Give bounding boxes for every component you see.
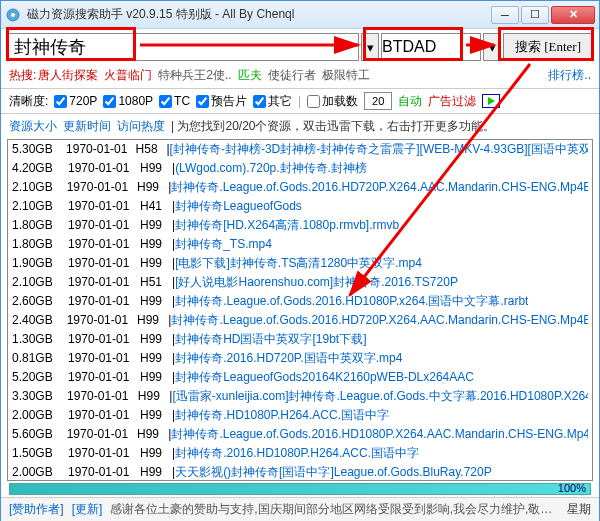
result-item[interactable]: 1.30GB1970-01-01H99| 封神传奇HD国语中英双字[19bt下载… [8, 330, 592, 349]
result-item[interactable]: 2.00GB1970-01-01H99| 天天影视()封神传奇[国语中字]Lea… [8, 463, 592, 481]
result-summary: | 为您找到20/20个资源，双击迅雷下载，右击打开更多功能。 [171, 118, 495, 135]
close-button[interactable]: ✕ [551, 6, 595, 24]
hot-item[interactable]: 极限特工 [322, 68, 370, 82]
titlebar: 磁力资源搜索助手 v20.9.15 特别版 - All By Chenql ─ … [1, 1, 599, 29]
result-item[interactable]: 2.60GB1970-01-01H99| 封神传奇.League.of.Gods… [8, 292, 592, 311]
results-list[interactable]: 5.30GB1970-01-01H58| [封神传奇-封神榜-3D封神榜-封神传… [7, 139, 593, 481]
search-input[interactable] [7, 33, 359, 61]
history-dropdown[interactable]: ▾ [361, 33, 379, 61]
result-item[interactable]: 2.40GB1970-01-01H99| 封神传奇.League.of.Gods… [8, 311, 592, 330]
sort-time[interactable]: 更新时间 [63, 118, 111, 135]
donate-link[interactable]: [赞助作者] [9, 501, 64, 518]
update-link[interactable]: [更新] [72, 501, 103, 518]
sort-heat[interactable]: 访问热度 [117, 118, 165, 135]
footer-msg: 感谢各位土豪的赞助与支持,国庆期间部分地区网络受限受到影响,我会尽力维护,敬请谅… [110, 501, 559, 518]
filter-bar: 清晰度: 720P 1080P TC 预告片 其它 | 加载数 自动 广告过滤 [1, 88, 599, 114]
result-item[interactable]: 1.90GB1970-01-01H99| [电影下载]封神传奇.TS高清1280… [8, 254, 592, 273]
hot-keywords: 热搜: 唐人街探案火普临门特种兵王2使..匹夫使徒行者极限特工 排行榜.. [1, 65, 599, 88]
result-item[interactable]: 5.60GB1970-01-01H99| 封神传奇.League.of.Gods… [8, 425, 592, 444]
ranking-link[interactable]: 排行榜.. [548, 67, 591, 84]
result-item[interactable]: 3.30GB1970-01-01H99| [迅雷家-xunleijia.com]… [8, 387, 592, 406]
result-item[interactable]: 1.80GB1970-01-01H99| 封神传奇[HD.X264高清.1080… [8, 216, 592, 235]
result-item[interactable]: 1.50GB1970-01-01H99| 封神传奇.2016.HD1080P.H… [8, 444, 592, 463]
result-item[interactable]: 1.80GB1970-01-01H99| 封神传奇_TS.mp4 [8, 235, 592, 254]
result-item[interactable]: 2.10GB1970-01-01H41| 封神传奇LeagueofGods [8, 197, 592, 216]
play-icon[interactable] [482, 94, 500, 108]
chk-720p[interactable] [54, 95, 67, 108]
adfilter-label[interactable]: 广告过滤 [428, 93, 476, 110]
sort-size[interactable]: 资源大小 [9, 118, 57, 135]
progress-bar: 100% [9, 483, 591, 495]
engine-select[interactable] [381, 33, 481, 61]
footer-date: 星期 [567, 501, 591, 518]
result-item[interactable]: 5.30GB1970-01-01H58| [封神传奇-封神榜-3D封神榜-封神传… [8, 140, 592, 159]
chk-other[interactable] [253, 95, 266, 108]
hot-item[interactable]: 唐人街探案 [38, 68, 98, 82]
load-count-input[interactable] [364, 92, 392, 110]
result-item[interactable]: 4.20GB1970-01-01H99| (LWgod.com).720p.封神… [8, 159, 592, 178]
window-title: 磁力资源搜索助手 v20.9.15 特别版 - All By Chenql [27, 6, 491, 23]
hot-label: 热搜: [9, 67, 36, 84]
clarity-label: 清晰度: [9, 93, 48, 110]
chk-loadcount[interactable] [307, 95, 320, 108]
app-icon [5, 7, 21, 23]
result-item[interactable]: 2.00GB1970-01-01H99| 封神传奇.HD1080P.H264.A… [8, 406, 592, 425]
result-item[interactable]: 2.10GB1970-01-01H99| 封神传奇.League.of.Gods… [8, 178, 592, 197]
minimize-button[interactable]: ─ [491, 6, 519, 24]
statusbar: [赞助作者] [更新] 感谢各位土豪的赞助与支持,国庆期间部分地区网络受限受到影… [1, 497, 599, 521]
hot-item[interactable]: 特种兵王2使.. [158, 68, 231, 82]
result-item[interactable]: 2.10GB1970-01-01H51| [好人说电影Haorenshuo.co… [8, 273, 592, 292]
info-bar: 资源大小 更新时间 访问热度 | 为您找到20/20个资源，双击迅雷下载，右击打… [1, 114, 599, 139]
chk-1080p[interactable] [103, 95, 116, 108]
hot-item[interactable]: 火普临门 [104, 68, 152, 82]
chk-trailer[interactable] [196, 95, 209, 108]
hot-item[interactable]: 匹夫 [238, 68, 262, 82]
progress-text: 100% [558, 482, 586, 494]
chk-tc[interactable] [159, 95, 172, 108]
engine-dropdown[interactable]: ▾ [483, 33, 501, 61]
auto-label[interactable]: 自动 [398, 93, 422, 110]
result-item[interactable]: 5.20GB1970-01-01H99| 封神传奇LeagueofGods201… [8, 368, 592, 387]
hot-item[interactable]: 使徒行者 [268, 68, 316, 82]
result-item[interactable]: 0.81GB1970-01-01H99| 封神传奇.2016.HD720P.国语… [8, 349, 592, 368]
maximize-button[interactable]: ☐ [521, 6, 549, 24]
search-button[interactable]: 搜索 [Enter] [503, 33, 593, 61]
svg-point-1 [11, 13, 15, 17]
